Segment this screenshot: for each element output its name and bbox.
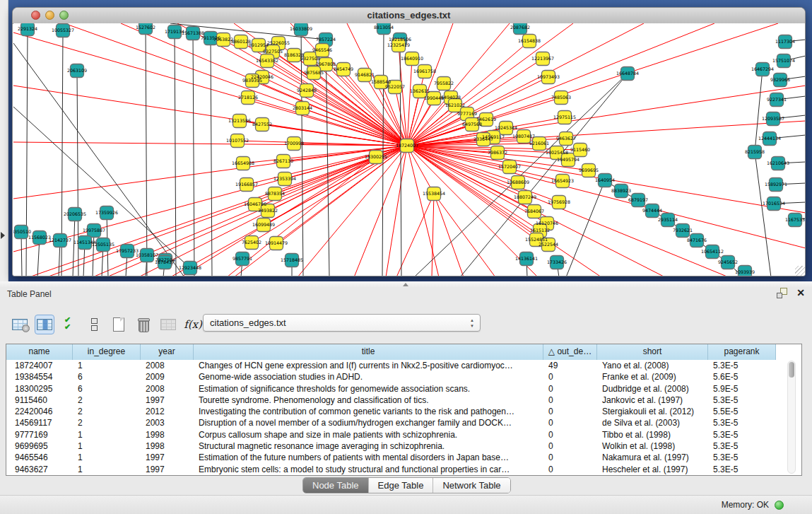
cell-pagerank: 5.3E-5	[708, 395, 776, 406]
function-builder-icon[interactable]: f(x)	[183, 315, 203, 334]
graph-node-label: 1733426	[547, 259, 567, 264]
cell-in_degree: 6	[73, 383, 141, 395]
select-columns-icon	[37, 319, 52, 330]
window-resize-grip[interactable]	[795, 266, 806, 276]
column-visibility-icon[interactable]	[59, 315, 79, 334]
table-row[interactable]: 946362711997Embryonic stem cells: a mode…	[6, 464, 801, 475]
graph-node-label: 16033809	[290, 26, 312, 31]
create-column-icon[interactable]	[109, 315, 129, 334]
table-mode-icon[interactable]	[10, 315, 30, 334]
delete-column-icon[interactable]	[134, 315, 153, 334]
select-columns-icon[interactable]	[35, 315, 54, 334]
tab-edge-table[interactable]: Edge Table	[368, 478, 433, 493]
cell-year: 2008	[141, 360, 194, 371]
graph-edge	[13, 86, 407, 146]
delete-column-icon	[139, 320, 149, 332]
network-window-titlebar[interactable]: citations_edges.txt	[13, 8, 805, 24]
cell-title: Estimation of significance thresholds fo…	[194, 383, 543, 395]
cell-out_degree: 0	[543, 464, 597, 475]
graph-node-label: 2522544	[539, 242, 558, 247]
table-row[interactable]: 977716911998Corpus callosum shape and si…	[6, 429, 801, 440]
graph-node-label: 1615132	[530, 228, 550, 233]
graph-node-label: 1678437	[155, 259, 175, 264]
column-header-title[interactable]: title	[194, 344, 543, 360]
graph-node-label: 8427552	[252, 122, 272, 127]
table-row[interactable]: 2242004622012Investigating the contribut…	[6, 406, 801, 417]
cell-out_degree: 0	[543, 429, 597, 440]
table-panel-header: Table Panel ✕	[0, 286, 812, 303]
float-panel-icon[interactable]	[777, 288, 787, 298]
table-row[interactable]: 1456911722003Disruption of a novel membe…	[6, 417, 801, 428]
cell-pagerank: 5.3E-5	[708, 417, 776, 428]
graph-edge	[432, 194, 434, 276]
graph-node-label: 10973493	[537, 74, 560, 79]
node-table: namein_degreeyeartitle△ out_de…shortpage…	[6, 344, 802, 476]
table-row[interactable]: 969969511998Structural magnetic resonanc…	[6, 440, 801, 452]
graph-node-label: 12353394	[273, 176, 296, 181]
cell-short: Wolkin et al. (1998)	[597, 440, 708, 452]
graph-node-label: 15671388	[182, 30, 204, 35]
close-panel-icon[interactable]: ✕	[796, 288, 805, 298]
table-row[interactable]: 1872400712008Changes of HCN gene express…	[6, 360, 801, 371]
memory-status-label: Memory: OK	[722, 500, 769, 510]
graph-node-label: 11568023	[28, 235, 51, 240]
network-graph-svg[interactable]: 2291324100553271527602171913415671388791…	[13, 23, 806, 276]
column-header-name[interactable]: name	[6, 344, 73, 360]
graph-node-label: 16154838	[518, 38, 541, 43]
graph-node-label: 16648784	[616, 71, 639, 76]
graph-node-label: 2967808	[316, 62, 336, 66]
cell-pagerank: 5.3E-5	[708, 440, 776, 452]
graph-node-label: 15751074	[772, 58, 795, 63]
cell-out_degree: 0	[543, 452, 597, 463]
cell-year: 2003	[141, 417, 194, 428]
graph-node-label: 8350510	[13, 229, 31, 234]
cell-in_degree: 1	[73, 360, 141, 371]
graph-edge	[755, 152, 771, 276]
graph-node-label: 9875685	[304, 70, 324, 75]
graph-node-label: 15538454	[423, 191, 445, 196]
cell-year: 1997	[141, 464, 194, 475]
graph-node-label: 9857791	[233, 256, 252, 261]
table-row[interactable]: 946554611997Estimation of the future num…	[6, 452, 801, 463]
graph-edge	[434, 194, 495, 276]
graph-node-label: 10025458	[546, 150, 568, 155]
graph-node-label: 7625402	[242, 240, 261, 245]
graph-node-label: 9242848	[297, 88, 317, 93]
network-table-selector[interactable]: citations_edges.txt ▲▼	[203, 314, 481, 332]
cell-pagerank: 5.9E-5	[708, 383, 776, 395]
graph-node-label: 8267130	[273, 158, 293, 163]
graph-node-label: 10807487	[512, 134, 535, 139]
tab-node-table[interactable]: Node Table	[303, 478, 368, 493]
graph-node-label: 10654112	[701, 249, 724, 254]
cell-pagerank: 5.6E-5	[708, 371, 776, 382]
cell-in_degree: 2	[73, 417, 141, 428]
table-vertical-scrollbar[interactable]	[787, 361, 796, 474]
network-canvas[interactable]: 2291324100553271527602171913415671388791…	[13, 23, 806, 276]
cell-short: Franke et al. (2009)	[597, 371, 708, 382]
column-header-short[interactable]: short	[597, 344, 708, 360]
table-row[interactable]: 911546021997Tourette syndrome. Phenomeno…	[6, 395, 801, 406]
graph-edge	[26, 29, 28, 276]
graph-node-label: 12142737	[49, 238, 71, 243]
graph-node-label: 19756928	[548, 199, 570, 204]
cell-out_degree: 0	[543, 395, 597, 406]
table-row[interactable]: 1830029562008Estimation of significance …	[6, 383, 801, 395]
tab-network-table[interactable]: Network Table	[433, 478, 510, 493]
scrollbar-thumb[interactable]	[789, 362, 794, 378]
cell-year: 1998	[141, 440, 194, 452]
cell-year: 1997	[141, 452, 194, 463]
graph-edge	[386, 146, 407, 276]
memory-status-indicator	[775, 501, 784, 510]
graph-node-label: 19166857	[235, 182, 258, 187]
row-height-icon[interactable]	[84, 315, 104, 334]
column-header-in_degree[interactable]: in_degree	[73, 344, 141, 360]
table-row[interactable]: 1938455462009Genome-wide association stu…	[6, 371, 801, 382]
cell-title: Tourette syndrome. Phenomenology and cla…	[194, 395, 543, 406]
graph-node-label: 1700998	[284, 141, 304, 146]
column-header-out_degree[interactable]: △ out_de…	[543, 344, 597, 360]
graph-node-label: 1362615	[410, 88, 430, 93]
cell-title: Investigating the contribution of common…	[194, 406, 543, 417]
column-header-pagerank[interactable]: pagerank	[708, 344, 776, 360]
column-header-year[interactable]: year	[141, 344, 194, 360]
cell-out_degree: 0	[543, 440, 597, 452]
